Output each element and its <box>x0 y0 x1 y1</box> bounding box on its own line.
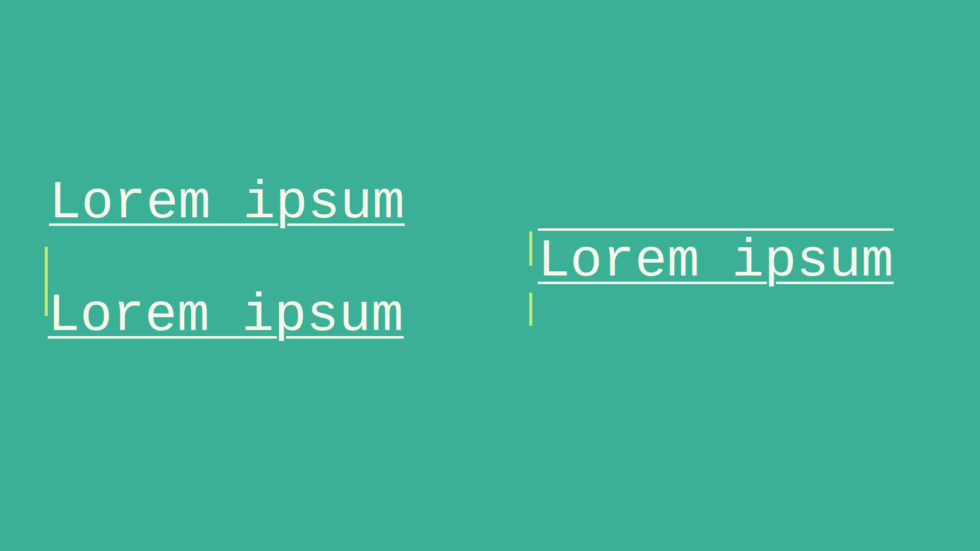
caret-right-top <box>529 231 532 266</box>
text-item-2: Lorem ipsum <box>48 285 404 346</box>
text-item-1: Lorem ipsum <box>49 173 405 233</box>
caret-left <box>45 247 48 316</box>
text-item-3: Lorem ipsum <box>538 231 894 291</box>
caret-right-bottom <box>529 293 532 326</box>
